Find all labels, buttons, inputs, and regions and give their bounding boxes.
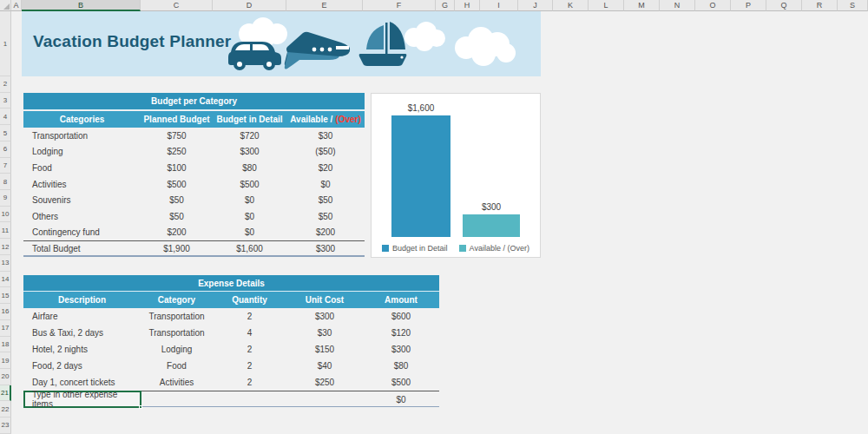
row-header-13[interactable]: 13	[0, 255, 11, 272]
row-header-11[interactable]: 11	[0, 222, 11, 239]
column-header-N[interactable]: N	[660, 0, 695, 11]
column-header-F[interactable]: F	[363, 0, 436, 11]
expense-cell-category[interactable]: Lodging	[141, 341, 213, 358]
expense-cell-quantity[interactable]: 2	[213, 374, 286, 391]
expense-table-title[interactable]: Expense Details	[23, 275, 439, 292]
row-header-23[interactable]: 23	[0, 418, 11, 434]
budget-cell-category[interactable]: Souvenirs	[23, 192, 141, 208]
budget-header-detail[interactable]: Budget in Detail	[213, 111, 286, 128]
row-header-19[interactable]: 19	[0, 352, 11, 369]
row-header-4[interactable]: 4	[0, 108, 11, 125]
row-header-3[interactable]: 3	[0, 93, 11, 109]
expense-cell-amount[interactable]: $80	[363, 358, 439, 374]
column-header-P[interactable]: P	[731, 0, 766, 11]
budget-cell-planned[interactable]: $100	[141, 160, 213, 176]
expense-cell-unitcost[interactable]: $250	[286, 374, 363, 391]
expense-cell-description[interactable]: Hotel, 2 nights	[23, 341, 141, 358]
budget-cell-detail[interactable]: $0	[213, 225, 286, 241]
row-header-20[interactable]: 20	[0, 369, 11, 385]
expense-cell-category[interactable]: Transportation	[141, 325, 213, 341]
budget-cell-category[interactable]: Contingency fund	[23, 225, 141, 241]
expense-cell-description[interactable]: Bus & Taxi, 2 days	[23, 325, 141, 341]
column-header-E[interactable]: E	[286, 0, 363, 11]
row-header-9[interactable]: 9	[0, 190, 11, 207]
expense-cell-amount[interactable]: $600	[363, 308, 439, 325]
budget-cell-detail[interactable]: $0	[213, 192, 286, 208]
expense-header-description[interactable]: Description	[23, 292, 141, 308]
expense-cell-category[interactable]: Activities	[141, 374, 213, 391]
row-header-22[interactable]: 22	[0, 401, 11, 418]
budget-cell-category[interactable]: Lodging	[23, 144, 141, 161]
expense-cell-unitcost[interactable]: $150	[286, 341, 363, 358]
budget-cell-category[interactable]: Transportation	[23, 128, 141, 144]
expense-cell-unitcost[interactable]: $40	[286, 358, 363, 374]
column-header-S[interactable]: S	[838, 0, 868, 11]
column-header-A[interactable]: A	[11, 0, 22, 11]
row-header-8[interactable]: 8	[0, 174, 11, 190]
row-header-21[interactable]: 21	[0, 385, 11, 402]
budget-header-categories[interactable]: Categories	[23, 111, 141, 128]
select-all-corner[interactable]	[0, 0, 11, 11]
column-header-L[interactable]: L	[589, 0, 624, 11]
budget-cell-available[interactable]: $50	[286, 192, 365, 208]
column-header-I[interactable]: I	[480, 0, 518, 11]
budget-cell-available[interactable]: $0	[286, 176, 365, 193]
expense-cell-category[interactable]: Transportation	[141, 308, 213, 325]
column-header-J[interactable]: J	[518, 0, 553, 11]
budget-bar-chart[interactable]: $1,600$300Budget in DetailAvailable / (O…	[371, 93, 541, 258]
expense-header-amount[interactable]: Amount	[363, 292, 439, 308]
row-header-5[interactable]: 5	[0, 125, 11, 141]
row-header-16[interactable]: 16	[0, 304, 11, 320]
column-header-R[interactable]: R	[802, 0, 838, 11]
budget-cell-planned[interactable]: $50	[141, 192, 213, 208]
row-header-10[interactable]: 10	[0, 207, 11, 223]
row-header-2[interactable]: 2	[0, 76, 11, 93]
budget-header-planned[interactable]: Planned Budget	[141, 111, 213, 128]
expense-header-quantity[interactable]: Quantity	[213, 292, 286, 308]
budget-cell-available[interactable]: ($50)	[286, 144, 365, 161]
row-header-14[interactable]: 14	[0, 272, 11, 288]
budget-header-available[interactable]: Available / (Over)	[286, 111, 365, 128]
expense-header-unitcost[interactable]: Unit Cost	[286, 292, 363, 308]
row-header-15[interactable]: 15	[0, 287, 11, 304]
expense-cell-description[interactable]: Food, 2 days	[23, 358, 141, 374]
expense-cell-description[interactable]: Airfare	[23, 308, 141, 325]
budget-cell-detail[interactable]: $0	[213, 208, 286, 225]
budget-cell-category[interactable]: Activities	[23, 176, 141, 193]
budget-cell-detail[interactable]: $720	[213, 128, 286, 144]
budget-cell-planned[interactable]: $50	[141, 208, 213, 225]
row-header-12[interactable]: 12	[0, 239, 11, 255]
bar-available-over[interactable]	[463, 214, 520, 237]
expense-cell-amount[interactable]: $500	[363, 374, 439, 391]
active-cell[interactable]: Type in other expense items	[23, 391, 141, 408]
entry-amount-cell[interactable]: $0	[363, 391, 439, 408]
row-header-7[interactable]: 7	[0, 158, 11, 174]
budget-cell-planned[interactable]: $250	[141, 144, 213, 161]
expense-cell-amount[interactable]: $300	[363, 341, 439, 358]
column-header-C[interactable]: C	[141, 0, 213, 11]
expense-cell-category[interactable]: Food	[141, 358, 213, 374]
budget-cell-available[interactable]: $200	[286, 225, 365, 241]
budget-cell-category[interactable]: Others	[23, 208, 141, 225]
expense-cell-quantity[interactable]: 2	[213, 341, 286, 358]
column-header-M[interactable]: M	[624, 0, 660, 11]
column-header-H[interactable]: H	[455, 0, 480, 11]
expense-cell-description[interactable]: Day 1, concert tickets	[23, 374, 141, 391]
budget-table-title[interactable]: Budget per Category	[23, 93, 365, 110]
column-header-Q[interactable]: Q	[766, 0, 802, 11]
expense-cell-quantity[interactable]: 2	[213, 358, 286, 374]
column-header-D[interactable]: D	[213, 0, 286, 11]
column-header-B[interactable]: B	[22, 0, 141, 11]
expense-header-category[interactable]: Category	[141, 292, 213, 308]
column-header-G[interactable]: G	[436, 0, 455, 11]
row-header-17[interactable]: 17	[0, 320, 11, 337]
expense-cell-quantity[interactable]: 2	[213, 308, 286, 325]
budget-cell-available[interactable]: $30	[286, 128, 365, 144]
column-header-K[interactable]: K	[553, 0, 589, 11]
expense-cell-unitcost[interactable]: $300	[286, 308, 363, 325]
budget-cell-category[interactable]: Food	[23, 160, 141, 176]
budget-cell-planned[interactable]: $500	[141, 176, 213, 193]
row-header-1[interactable]: 1	[0, 11, 11, 76]
budget-total-row[interactable]: Total Budget $1,900 $1,600 $300	[23, 240, 365, 257]
budget-cell-available[interactable]: $50	[286, 208, 365, 225]
